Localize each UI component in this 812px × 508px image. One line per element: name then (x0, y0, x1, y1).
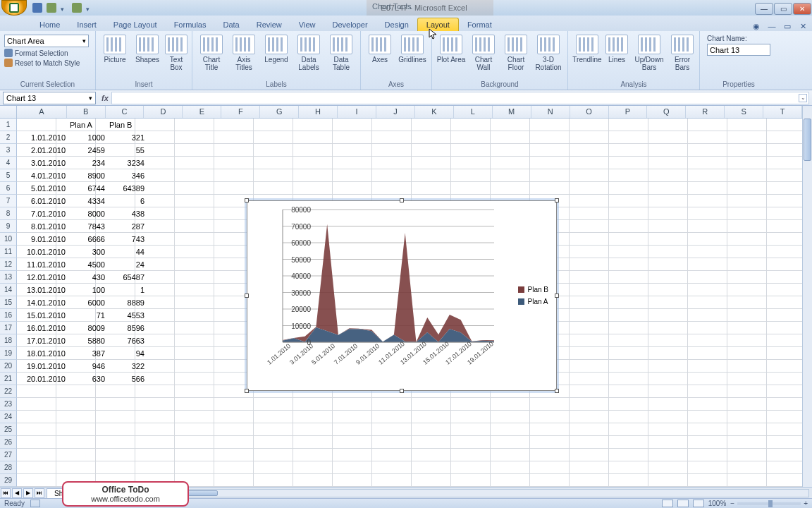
resize-handle[interactable] (245, 389, 249, 393)
row-header[interactable]: 26 (0, 436, 17, 449)
row-header[interactable]: 23 (0, 398, 17, 411)
column-header[interactable]: T (763, 106, 802, 118)
updown-bars-button[interactable]: Up/Down Bars (632, 33, 667, 71)
chart-floor-button[interactable]: Chart Floor (501, 33, 531, 71)
horizontal-scrollbar[interactable] (89, 489, 809, 497)
row-header[interactable]: 1 (0, 119, 17, 131)
sheet-nav-first[interactable]: ⏮ (1, 488, 11, 498)
row-header[interactable]: 18 (0, 334, 17, 347)
row-header[interactable]: 2 (0, 131, 17, 144)
chart-legend[interactable]: Plan B Plan A (516, 282, 550, 309)
tab-view[interactable]: View (290, 18, 324, 31)
chart-title-button[interactable]: Chart Title (197, 33, 226, 71)
close-button[interactable]: ✕ (793, 3, 811, 15)
save-icon[interactable] (32, 3, 42, 13)
sheet-nav-next[interactable]: ▶ (23, 488, 33, 498)
column-headers[interactable]: ABCDEFGHIJKLMNOPQRST (17, 106, 802, 119)
zoom-in-icon[interactable]: + (804, 500, 808, 507)
picture-button[interactable]: Picture (100, 33, 130, 64)
format-selection-button[interactable]: Format Selection (4, 49, 68, 57)
row-header[interactable]: 21 (0, 373, 17, 385)
resize-handle[interactable] (555, 198, 559, 202)
row-header[interactable]: 13 (0, 271, 17, 284)
column-header[interactable]: C (106, 106, 144, 118)
tab-formulas[interactable]: Formulas (166, 18, 215, 31)
column-header[interactable]: I (338, 106, 376, 118)
restore-workbook-icon[interactable]: ▭ (782, 21, 792, 31)
page-break-view-button[interactable] (693, 500, 704, 507)
tab-page-layout[interactable]: Page Layout (105, 18, 166, 31)
expand-formula-icon[interactable]: ⌄ (799, 94, 807, 102)
maximize-button[interactable]: ▭ (774, 3, 792, 15)
row-header[interactable]: 17 (0, 322, 17, 334)
lines-button[interactable]: Lines (605, 33, 629, 64)
zoom-out-icon[interactable]: − (730, 500, 734, 507)
resize-handle[interactable] (245, 198, 249, 202)
sheet-nav-prev[interactable]: ◀ (12, 488, 22, 498)
resize-handle[interactable] (400, 198, 404, 202)
macro-record-icon[interactable] (30, 500, 40, 507)
row-header[interactable]: 10 (0, 233, 17, 246)
shapes-button[interactable]: Shapes (133, 33, 162, 64)
data-labels-button[interactable]: Data Labels (294, 33, 324, 71)
column-header[interactable]: F (221, 106, 260, 118)
column-header[interactable]: O (570, 106, 609, 118)
plot-area[interactable] (283, 210, 493, 341)
page-layout-view-button[interactable] (677, 500, 689, 507)
tab-data[interactable]: Data (214, 18, 247, 31)
data-table-button[interactable]: Data Table (326, 33, 356, 71)
row-header[interactable]: 9 (0, 220, 17, 233)
column-header[interactable]: M (493, 106, 531, 118)
resize-handle[interactable] (245, 294, 249, 298)
row-header[interactable]: 4 (0, 157, 17, 169)
row-header[interactable]: 20 (0, 360, 17, 373)
column-header[interactable]: G (260, 106, 299, 118)
tab-review[interactable]: Review (248, 18, 290, 31)
minimize-ribbon-icon[interactable]: — (767, 21, 777, 31)
tab-developer[interactable]: Developer (324, 18, 376, 31)
column-header[interactable]: A (17, 106, 67, 118)
row-header[interactable]: 7 (0, 195, 17, 207)
zoom-slider[interactable]: − + (730, 500, 808, 507)
embedded-chart[interactable]: Plan B Plan A 01000020000300004000050000… (247, 200, 557, 391)
minimize-button[interactable]: — (755, 3, 773, 15)
row-header[interactable]: 25 (0, 423, 17, 436)
row-headers[interactable]: 1234567891011121314151617181920212223242… (0, 119, 17, 488)
plot-area-button[interactable]: Plot Area (436, 33, 466, 64)
column-header[interactable]: E (183, 106, 221, 118)
resize-handle[interactable] (555, 294, 559, 298)
vertical-scrollbar[interactable] (802, 106, 812, 488)
axis-titles-button[interactable]: Axis Titles (229, 33, 259, 71)
zoom-level[interactable]: 100% (708, 500, 727, 507)
qat-customize[interactable] (86, 4, 93, 11)
chart-name-input[interactable] (707, 44, 770, 56)
reset-style-button[interactable]: Reset to Match Style (4, 59, 80, 67)
column-header[interactable]: K (415, 106, 454, 118)
legend-button[interactable]: Legend (262, 33, 291, 64)
row-header[interactable]: 3 (0, 144, 17, 157)
row-header[interactable]: 27 (0, 449, 17, 461)
row-header[interactable]: 11 (0, 246, 17, 258)
row-header[interactable]: 28 (0, 461, 17, 474)
error-bars-button[interactable]: Error Bars (670, 33, 695, 71)
help-icon[interactable]: ◉ (751, 21, 761, 31)
axes-button[interactable]: Axes (365, 33, 395, 64)
row-header[interactable]: 22 (0, 385, 17, 398)
column-header[interactable]: Q (647, 106, 686, 118)
column-header[interactable]: R (686, 106, 725, 118)
row-header[interactable]: 19 (0, 347, 17, 360)
select-all-corner[interactable] (0, 106, 17, 119)
chart-element-selector[interactable]: Chart Area▾ (4, 35, 89, 47)
row-header[interactable]: 14 (0, 284, 17, 296)
column-header[interactable]: L (454, 106, 493, 118)
column-header[interactable]: P (609, 106, 648, 118)
gridlines-button[interactable]: Gridlines (398, 33, 427, 64)
column-header[interactable]: B (67, 106, 106, 118)
column-header[interactable]: N (531, 106, 570, 118)
column-header[interactable]: J (376, 106, 415, 118)
row-header[interactable]: 6 (0, 182, 17, 195)
row-header[interactable]: 12 (0, 258, 17, 271)
tab-format[interactable]: Format (459, 18, 500, 31)
resize-handle[interactable] (400, 389, 404, 393)
column-header[interactable]: H (299, 106, 338, 118)
